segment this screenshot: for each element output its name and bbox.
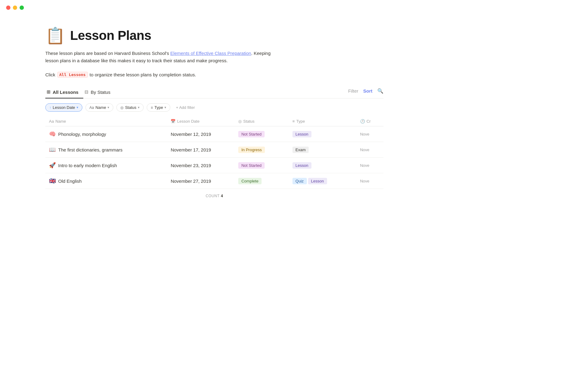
table-row[interactable]: 📖 The first dictionaries, grammars Novem… xyxy=(45,142,383,158)
status-badge: In Progress xyxy=(238,147,265,153)
row-name: Old English xyxy=(58,178,82,184)
chevron-down-icon: ▾ xyxy=(164,105,166,109)
cell-type: QuizLesson xyxy=(289,173,356,189)
page-title: Lesson Plans xyxy=(70,28,151,43)
tabs-row: ⊞ All Lessons ⊟ By Status Filter Sort 🔍 xyxy=(45,86,383,98)
table-icon: ⊞ xyxy=(47,89,51,95)
tab-actions: Filter Sort 🔍 xyxy=(348,88,383,96)
row-emoji: 📖 xyxy=(49,146,56,153)
type-badge: Lesson xyxy=(308,178,327,184)
type-icon: ≡ xyxy=(151,105,153,110)
add-filter-label: + Add filter xyxy=(176,105,195,110)
cell-name: 🇬🇧 Old English xyxy=(49,178,163,184)
row-name: Intro to early modern English xyxy=(58,163,117,168)
type-badge: Lesson xyxy=(292,162,311,169)
filter-lesson-date[interactable]: ↑ Lesson Date ▾ xyxy=(45,103,82,112)
tab-by-status[interactable]: ⊟ By Status xyxy=(83,86,115,98)
traffic-lights xyxy=(0,0,588,15)
count-value: 4 xyxy=(221,194,223,198)
chevron-down-icon: ▾ xyxy=(77,105,78,109)
chevron-down-icon: ▾ xyxy=(107,105,109,109)
status-badge: Complete xyxy=(238,178,262,184)
status-icon: ◎ xyxy=(120,105,123,110)
filter-button[interactable]: Filter xyxy=(348,88,358,94)
name-col-icon: Aa xyxy=(49,119,54,124)
tabs: ⊞ All Lessons ⊟ By Status xyxy=(45,86,115,98)
cell-date: November 27, 2019 xyxy=(167,173,235,189)
cell-name: 🧠 Phonology, morphology xyxy=(49,131,163,137)
cell-name: 📖 The first dictionaries, grammars xyxy=(49,146,163,153)
status-badge: Not Started xyxy=(238,162,265,169)
cell-status: Not Started xyxy=(235,126,289,142)
date-col-icon: 📅 xyxy=(171,119,175,124)
cell-created: Nove xyxy=(356,173,383,189)
chevron-down-icon: ▾ xyxy=(138,105,140,109)
aa-icon: Aa xyxy=(89,105,94,110)
tab-all-lessons-label: All Lessons xyxy=(53,90,78,95)
filter-type[interactable]: ≡ Type ▾ xyxy=(147,103,170,112)
filter-name[interactable]: Aa Name ▾ xyxy=(85,103,113,112)
col-header-name: Aa Name xyxy=(45,117,167,126)
type-col-icon: ≡ xyxy=(292,119,295,124)
count-label: COUNT xyxy=(206,194,220,198)
filter-lesson-date-label: Lesson Date xyxy=(53,105,75,110)
page-icon: 📋 xyxy=(45,28,65,44)
close-button[interactable] xyxy=(6,6,10,10)
table-row[interactable]: 🇬🇧 Old English November 27, 2019Complete… xyxy=(45,173,383,189)
row-emoji: 🧠 xyxy=(49,131,56,137)
row-emoji: 🇬🇧 xyxy=(49,178,56,184)
tab-by-status-label: By Status xyxy=(91,90,110,95)
add-filter-button[interactable]: + Add filter xyxy=(173,104,197,111)
table-header-row: Aa Name 📅 Lesson Date ◎ Status xyxy=(45,117,383,126)
status-badge: Not Started xyxy=(238,131,265,137)
count-row: COUNT 4 xyxy=(45,189,383,201)
lessons-table: Aa Name 📅 Lesson Date ◎ Status xyxy=(45,117,383,201)
row-emoji: 🚀 xyxy=(49,162,56,169)
cell-status: Not Started xyxy=(235,158,289,173)
cell-date: November 23, 2019 xyxy=(167,158,235,173)
all-lessons-tag[interactable]: All Lessons xyxy=(57,72,88,78)
minimize-button[interactable] xyxy=(13,6,17,10)
board-icon: ⊟ xyxy=(85,89,89,95)
cell-created: Nove xyxy=(356,158,383,173)
sort-button[interactable]: Sort xyxy=(363,88,372,94)
col-header-created: 🕐 Cr xyxy=(356,117,383,126)
page-header: 📋 Lesson Plans xyxy=(45,28,383,44)
type-badge: Lesson xyxy=(292,131,311,137)
filter-status-label: Status xyxy=(125,105,136,110)
table-row[interactable]: 🚀 Intro to early modern English November… xyxy=(45,158,383,173)
page-description: These lesson plans are based on Harvard … xyxy=(45,50,284,64)
filter-name-label: Name xyxy=(96,105,106,110)
status-col-icon: ◎ xyxy=(238,119,242,124)
created-col-icon: 🕐 xyxy=(360,119,365,124)
filter-row: ↑ Lesson Date ▾ Aa Name ▾ ◎ Status ▾ ≡ T… xyxy=(45,103,383,112)
filter-type-label: Type xyxy=(154,105,163,110)
col-header-date: 📅 Lesson Date xyxy=(167,117,235,126)
cell-created: Nove xyxy=(356,126,383,142)
cell-name: 🚀 Intro to early modern English xyxy=(49,162,163,169)
cell-date: November 17, 2019 xyxy=(167,142,235,158)
search-button[interactable]: 🔍 xyxy=(377,88,383,94)
cell-type: Lesson xyxy=(289,158,356,173)
col-header-type: ≡ Type xyxy=(289,117,356,126)
row-name: Phonology, morphology xyxy=(58,132,106,137)
cell-type: Exam xyxy=(289,142,356,158)
type-badge: Exam xyxy=(292,147,309,153)
sort-up-icon: ↑ xyxy=(49,105,51,110)
table-row[interactable]: 🧠 Phonology, morphology November 12, 201… xyxy=(45,126,383,142)
cell-type: Lesson xyxy=(289,126,356,142)
cell-date: November 12, 2019 xyxy=(167,126,235,142)
filter-status[interactable]: ◎ Status ▾ xyxy=(116,103,144,112)
row-name: The first dictionaries, grammars xyxy=(58,147,123,152)
col-header-status: ◎ Status xyxy=(235,117,289,126)
tab-all-lessons[interactable]: ⊞ All Lessons xyxy=(45,86,83,98)
click-instruction: Click All Lessons to organize these less… xyxy=(45,72,383,78)
cell-status: In Progress xyxy=(235,142,289,158)
cell-created: Nove xyxy=(356,142,383,158)
type-badge: Quiz xyxy=(292,178,307,184)
cell-status: Complete xyxy=(235,173,289,189)
maximize-button[interactable] xyxy=(20,6,24,10)
hbs-link[interactable]: Elements of Effective Class Preparation xyxy=(170,51,251,56)
